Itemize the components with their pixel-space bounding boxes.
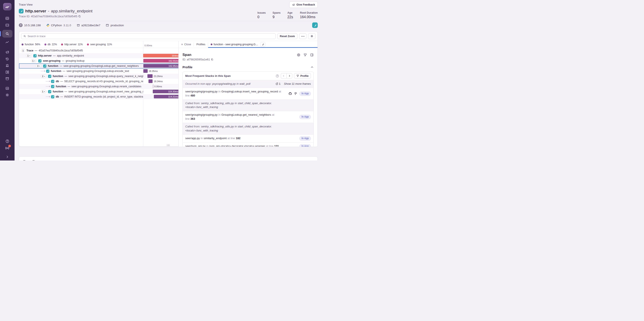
children-count-badge[interactable]: 1 bbox=[26, 54, 32, 57]
stat-root-duration: Root Duration 164.00ms bbox=[300, 11, 318, 19]
close-tab-button[interactable]: × Close bbox=[179, 41, 194, 48]
span-row[interactable]: 1 function — seer.grouping.grouping.Grou… bbox=[19, 89, 180, 94]
show-more-frames-link[interactable]: Show 11 more frames bbox=[284, 82, 311, 86]
tab-span-active[interactable]: function - seer.grouping.grouping.G… bbox=[208, 41, 318, 48]
sidebar-item-replays[interactable] bbox=[0, 57, 14, 61]
panel-resize-handle[interactable] bbox=[167, 144, 170, 146]
children-count-badge[interactable]: 1 bbox=[21, 49, 25, 52]
sidebar-item-help[interactable] bbox=[0, 139, 14, 143]
duration-bar bbox=[143, 48, 180, 53]
span-row[interactable]: function — seer.grouping.grouping.Groupi… bbox=[19, 68, 180, 74]
trace-root-row[interactable]: 1 Trace — 4f2a57ea703840cc9c1bca7d05bf54… bbox=[19, 48, 180, 53]
sidebar-item-releases[interactable] bbox=[0, 76, 14, 81]
copy-icon[interactable] bbox=[78, 15, 81, 18]
frequent-stacks-card: Most Frequent Stacks in this Span bbox=[182, 71, 314, 147]
chevron-right-icon bbox=[288, 75, 290, 77]
legend-item: seer.grouping 11% bbox=[87, 43, 112, 46]
chevron-up-icon[interactable] bbox=[310, 65, 314, 69]
sidebar-item-dashboards[interactable] bbox=[0, 70, 14, 74]
filter-button[interactable] bbox=[304, 53, 307, 57]
sentry-logo[interactable] bbox=[3, 3, 11, 10]
title-operation: http.server bbox=[25, 9, 46, 13]
sidebar-item-insights[interactable] bbox=[0, 40, 14, 44]
active-tab-dot bbox=[211, 43, 212, 45]
divider bbox=[19, 21, 318, 21]
detail-tabs: × Close Profiles function - seer.groupin… bbox=[179, 41, 318, 48]
copy-icon[interactable] bbox=[211, 58, 214, 61]
search-active-pill bbox=[2, 30, 12, 37]
sidebar-item-alerts[interactable] bbox=[0, 63, 14, 68]
meta-environment: production bbox=[106, 24, 124, 27]
span-row[interactable]: 2 function — seer.grouping.grouping.Grou… bbox=[19, 74, 180, 79]
project-icon bbox=[51, 95, 54, 98]
span-row[interactable]: function — seer.grouping.grouping.Groupi… bbox=[19, 84, 180, 89]
sidebar-collapse-button[interactable] bbox=[0, 155, 14, 159]
sidebar-item-issues[interactable] bbox=[0, 16, 14, 20]
search-input[interactable] bbox=[28, 35, 274, 38]
focus-span-button[interactable] bbox=[297, 53, 300, 57]
children-count-badge[interactable]: 2 bbox=[41, 74, 46, 78]
ops-legend: function 56% db 22% http.server 11% bbox=[19, 43, 112, 46]
span-heading: Span bbox=[182, 53, 192, 57]
title-transaction: app.similarity_endpoint bbox=[51, 9, 92, 13]
trace-waterfall-card: Reset Zoom function 56% bbox=[19, 31, 318, 147]
tree-connector bbox=[46, 86, 50, 87]
project-icon[interactable] bbox=[312, 22, 318, 28]
sidebar-item-explore[interactable] bbox=[0, 23, 14, 27]
stack-frame-context: Called from:sentry_sdk/tracing_utils.pyi… bbox=[183, 123, 314, 134]
sidebar-item-search[interactable] bbox=[0, 30, 14, 37]
span-row[interactable]: db — INSERT INTO grouping_records (id, p… bbox=[19, 94, 180, 99]
sidebar-item-feedback[interactable] bbox=[0, 50, 14, 54]
layout-toggle-button[interactable] bbox=[310, 53, 314, 57]
history-clock-icon bbox=[5, 57, 10, 61]
tree-connector bbox=[41, 71, 45, 71]
span-row[interactable]: db — SELECT grouping_records.id AS group… bbox=[19, 79, 180, 84]
pin-tab-button[interactable] bbox=[260, 42, 266, 47]
chevron-up-icon[interactable] bbox=[310, 160, 313, 160]
sidebar-item-whats-new[interactable] bbox=[0, 146, 14, 150]
seer-tool-icon[interactable] bbox=[294, 92, 297, 95]
next-stack-button[interactable] bbox=[286, 73, 292, 78]
duration-bar: 164ms bbox=[143, 53, 180, 58]
duration-bar: 18.35ms bbox=[143, 68, 180, 74]
give-feedback-button[interactable]: Give Feedback bbox=[289, 1, 318, 8]
legend-dot bbox=[61, 43, 63, 45]
project-icon bbox=[51, 85, 54, 88]
page-title: http.server - app.similarity_endpoint bbox=[19, 9, 92, 13]
insights-icon bbox=[5, 40, 10, 44]
in-app-badge: In App bbox=[299, 92, 311, 96]
sidebar-item-stats[interactable] bbox=[0, 86, 14, 90]
chevron-left-icon bbox=[282, 75, 285, 77]
trace-meta-row: ? 10.5.168.198 CPython 3.11.0 a2622dbe18… bbox=[19, 23, 318, 27]
repeat-count: 1 bbox=[276, 82, 280, 86]
sidebar-item-settings[interactable] bbox=[0, 93, 14, 97]
package-icon bbox=[77, 24, 80, 27]
trace-settings-button[interactable] bbox=[308, 33, 316, 39]
seer-horn-icon bbox=[313, 23, 317, 27]
span-row-selected[interactable]: 3 function — seer.grouping.grouping.Grou… bbox=[19, 63, 180, 68]
more-options-button[interactable] bbox=[299, 33, 306, 39]
reset-zoom-button[interactable]: Reset Zoom bbox=[277, 33, 298, 39]
meta-release: a2622dbe18e7 bbox=[77, 24, 100, 27]
trace-search[interactable] bbox=[21, 33, 276, 39]
active-tab-underline bbox=[208, 47, 318, 48]
span-row[interactable]: 1 seer.grouping — grouping lookup 162.91… bbox=[19, 58, 180, 63]
span-id: ID: af7982659f3a1e61 bbox=[182, 58, 314, 61]
previous-stack-button[interactable] bbox=[281, 73, 286, 78]
children-count-badge[interactable]: 1 bbox=[31, 59, 37, 62]
megaphone-icon bbox=[292, 3, 295, 6]
refresh-icon bbox=[276, 82, 278, 85]
stack-frame-context: Occurred in non-app:psycopg/waiting.pyin… bbox=[183, 80, 314, 88]
span-tree: 1 Trace — 4f2a57ea703840cc9c1bca7d05bf54… bbox=[19, 48, 180, 99]
span-row[interactable]: 1 http.server — app.similarity_endpoint … bbox=[19, 53, 180, 58]
github-icon[interactable] bbox=[288, 92, 292, 95]
children-count-badge[interactable]: 3 bbox=[36, 64, 42, 68]
project-icon bbox=[51, 80, 54, 83]
time-axis-label: 0.00ms bbox=[144, 44, 152, 47]
tree-connector bbox=[46, 81, 50, 81]
help-circle-icon[interactable] bbox=[276, 74, 279, 78]
tab-profiles[interactable]: Profiles bbox=[194, 41, 208, 48]
children-count-badge[interactable]: 1 bbox=[41, 90, 46, 93]
legend-dot bbox=[87, 43, 89, 45]
open-profile-button[interactable]: Profile bbox=[294, 73, 311, 78]
